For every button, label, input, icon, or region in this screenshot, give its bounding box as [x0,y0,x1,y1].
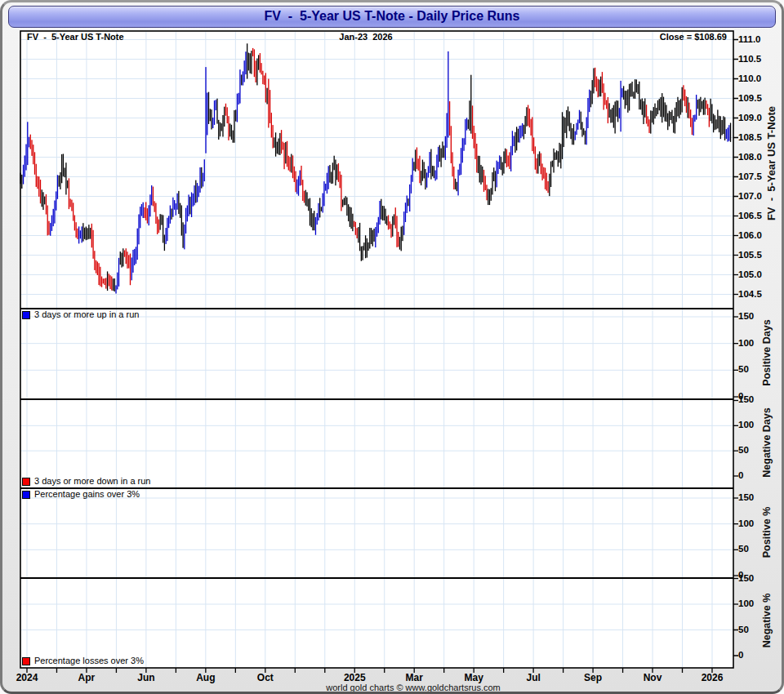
x-axis-label: Aug [196,672,215,683]
price-tick-label: 106.5 [738,211,762,221]
price-tick-label: 105.5 [738,251,762,260]
price-tick-label: 107.5 [738,172,762,182]
panel-tick-label: 150 [738,396,754,406]
positive-days-axis-title: Positive Days [761,319,773,385]
x-axis-label: May [464,672,483,683]
chart-date-label: Jan-23 2026 [339,32,392,42]
panel-tick-label: 50 [738,625,749,635]
red-square-icon [22,657,30,665]
price-tick-label: 108.5 [738,133,762,143]
blue-square-icon [22,491,30,499]
panel-tick-label: 0 [738,471,743,481]
price-tick-label: 106.0 [738,231,762,241]
x-axis-label: Sep [584,672,602,683]
x-axis-label: Mar [406,672,423,683]
price-tick-label: 110.5 [738,55,761,65]
x-axis-label: 2024 [16,672,38,683]
x-axis-label: Nov [644,672,662,683]
panel-tick-label: 50 [738,366,749,376]
panel-tick-label: 150 [738,574,754,584]
legend-label: 3 days or more down in a run [34,477,150,486]
panel-tick-label: 50 [738,446,749,456]
legend-pct-losses: Percentage losses over 3% [22,656,144,665]
chart-window: FV - 5-Year US T-Note - Daily Price Runs… [0,0,784,694]
price-tick-label: 107.0 [738,192,762,202]
x-axis-label: Jun [137,672,154,683]
panel-tick-label: 100 [738,599,754,609]
x-axis-label: 2026 [702,672,724,683]
price-tick-label: 104.5 [738,290,762,300]
x-axis-label: 2025 [344,672,366,683]
negative-days-axis-title: Negative Days [761,407,773,477]
copyright-footer: world gold charts © www.goldchartsrus.co… [326,683,501,692]
panel-tick-label: 150 [738,493,754,503]
x-axis-label: Jul [526,672,540,683]
legend-pct-gains: Percentage gains over 3% [22,490,140,499]
red-square-icon [22,478,30,486]
legend-label: Percentage losses over 3% [34,656,144,665]
chart-instrument-label: FV - 5-Year US T-Note [27,32,124,42]
price-tick-label: 105.0 [738,270,762,280]
legend-label: Percentage gains over 3% [34,490,140,499]
price-tick-label: 110.0 [738,74,761,84]
legend-down-run: 3 days or more down in a run [22,477,150,486]
panel-tick-label: 0 [738,651,743,661]
legend-up-run: 3 days or more up in a run [22,310,139,319]
legend-label: 3 days or more up in a run [34,310,139,319]
price-tick-label: 109.0 [738,113,762,123]
price-tick-label: 111.0 [738,35,761,45]
panel-tick-label: 100 [738,339,754,349]
panel-tick-label: 50 [738,545,749,555]
blue-square-icon [22,311,30,319]
x-axis-label: Oct [257,672,274,683]
price-tick-label: 109.5 [738,94,762,104]
panel-tick-label: 150 [738,312,754,322]
price-axis-title: FV - 5-Year US T-Note [765,106,777,220]
panel-tick-label: 100 [738,519,754,529]
negative-pct-axis-title: Negative % [761,594,773,648]
panel-tick-label: 100 [738,421,754,431]
price-runs-chart [2,2,784,694]
chart-close-label: Close = $108.69 [660,32,727,42]
positive-pct-axis-title: Positive % [761,507,773,558]
x-axis-label: Apr [78,672,96,683]
price-tick-label: 108.0 [738,153,762,162]
